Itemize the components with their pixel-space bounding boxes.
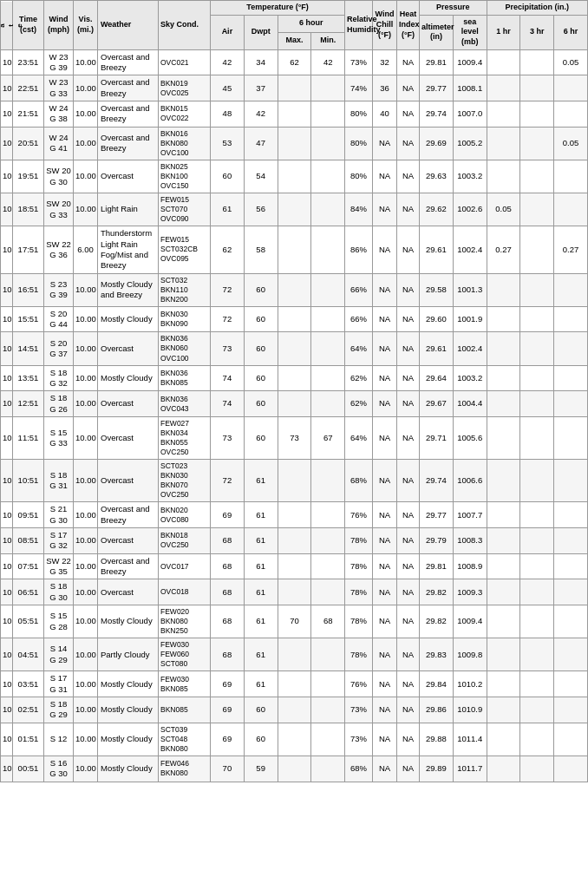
table-cell: Mostly Cloudy [98, 306, 159, 332]
table-cell: 69 [211, 697, 245, 723]
table-row: 1008:51S 17 G 3210.00OvercastBKN018 OVC2… [1, 528, 588, 554]
table-cell [311, 127, 345, 160]
table-cell: 69 [211, 671, 245, 697]
table-cell: 61 [244, 579, 278, 605]
table-cell: NA [397, 697, 420, 723]
table-cell [311, 502, 345, 528]
header-p3hr: 3 hr [520, 15, 554, 49]
table-cell: 01:51 [13, 723, 44, 756]
table-cell: 29.58 [420, 273, 454, 306]
table-cell: NA [373, 756, 397, 782]
table-cell: 1008.9 [453, 553, 487, 579]
table-cell: Overcast [98, 332, 159, 365]
table-cell [554, 605, 588, 638]
table-cell [554, 306, 588, 332]
table-cell: 76% [345, 502, 373, 528]
table-cell: 58 [244, 226, 278, 273]
table-cell: NA [397, 671, 420, 697]
table-cell: Overcast and Breezy [98, 502, 159, 528]
header-rh: Relative Humidity [345, 1, 373, 50]
table-row: 1023:51W 23 G 3910.00Overcast and Breezy… [1, 49, 588, 75]
table-cell: S 17 G 31 [44, 671, 74, 697]
table-cell: 29.83 [420, 638, 454, 671]
table-cell: 1011.4 [453, 723, 487, 756]
table-cell: NA [373, 638, 397, 671]
header-wind: Wind (mph) [44, 1, 74, 50]
table-cell: 10 [1, 273, 13, 306]
table-cell: FEW015 SCT032CB OVC095 [159, 226, 211, 273]
table-cell: 1001.3 [453, 273, 487, 306]
table-cell: 73 [211, 332, 245, 365]
table-cell: 62% [345, 391, 373, 417]
table-cell: Mostly Cloudy [98, 365, 159, 391]
table-cell [311, 75, 345, 101]
table-cell [520, 723, 554, 756]
table-cell: NA [397, 226, 420, 273]
table-cell [487, 306, 520, 332]
table-cell: NA [373, 365, 397, 391]
table-cell: 60 [244, 332, 278, 365]
table-cell [554, 579, 588, 605]
table-cell: NA [397, 416, 420, 459]
table-cell: 60 [244, 306, 278, 332]
table-cell: 10 [1, 75, 13, 101]
table-cell: 10 [1, 671, 13, 697]
table-cell [520, 101, 554, 128]
table-cell: 10.00 [74, 579, 98, 605]
table-cell: 10 [1, 101, 13, 128]
table-cell: Overcast and Breezy [98, 49, 159, 75]
table-cell: S 18 G 26 [44, 391, 74, 417]
table-cell [278, 75, 311, 101]
table-cell: 10.00 [74, 391, 98, 417]
table-cell: 61 [244, 671, 278, 697]
table-cell [520, 365, 554, 391]
table-cell [554, 193, 588, 226]
table-cell: 16:51 [13, 273, 44, 306]
table-cell: 1002.4 [453, 332, 487, 365]
header-p1hr: 1 hr [487, 15, 520, 49]
header-6hour: 6 hour [278, 15, 345, 32]
table-cell: SW 20 G 30 [44, 160, 74, 193]
table-cell [311, 579, 345, 605]
table-cell: 0.27 [554, 226, 588, 273]
table-cell: SW 22 G 35 [44, 553, 74, 579]
table-cell: NA [373, 579, 397, 605]
table-cell: 06:51 [13, 579, 44, 605]
table-cell: 10.00 [74, 416, 98, 459]
header-altimeter: altimeter (in) [420, 15, 454, 49]
table-cell: 62% [345, 365, 373, 391]
table-cell [278, 101, 311, 128]
table-cell [278, 671, 311, 697]
table-row: 1000:51S 16 G 3010.00Mostly CloudyFEW046… [1, 756, 588, 782]
table-cell: 29.67 [420, 391, 454, 417]
table-cell: 29.89 [420, 756, 454, 782]
table-cell [487, 332, 520, 365]
table-cell [278, 193, 311, 226]
table-cell: NA [397, 273, 420, 306]
table-cell [278, 756, 311, 782]
table-cell: 10 [1, 160, 13, 193]
table-cell: 15:51 [13, 306, 44, 332]
table-cell: 10 [1, 49, 13, 75]
table-row: 1018:51SW 20 G 3310.00Light RainFEW015 S… [1, 193, 588, 226]
table-cell: 10 [1, 697, 13, 723]
table-cell: SCT023 BKN030 BKN070 OVC250 [159, 460, 211, 502]
table-cell: W 23 G 33 [44, 75, 74, 101]
table-cell: S 18 G 29 [44, 697, 74, 723]
table-cell: 74 [211, 391, 245, 417]
table-cell [278, 160, 311, 193]
table-cell: 36 [373, 75, 397, 101]
table-cell [487, 553, 520, 579]
table-cell: NA [397, 605, 420, 638]
table-cell [278, 127, 311, 160]
table-cell: 0.05 [487, 193, 520, 226]
table-row: 1002:51S 18 G 2910.00Mostly CloudyBKN085… [1, 697, 588, 723]
table-cell: 29.61 [420, 226, 454, 273]
table-cell: OVC021 [159, 49, 211, 75]
table-cell: NA [397, 723, 420, 756]
table-cell: 61 [244, 528, 278, 554]
table-cell [554, 160, 588, 193]
table-cell: Overcast [98, 528, 159, 554]
table-cell: OVC018 [159, 579, 211, 605]
table-cell [278, 638, 311, 671]
